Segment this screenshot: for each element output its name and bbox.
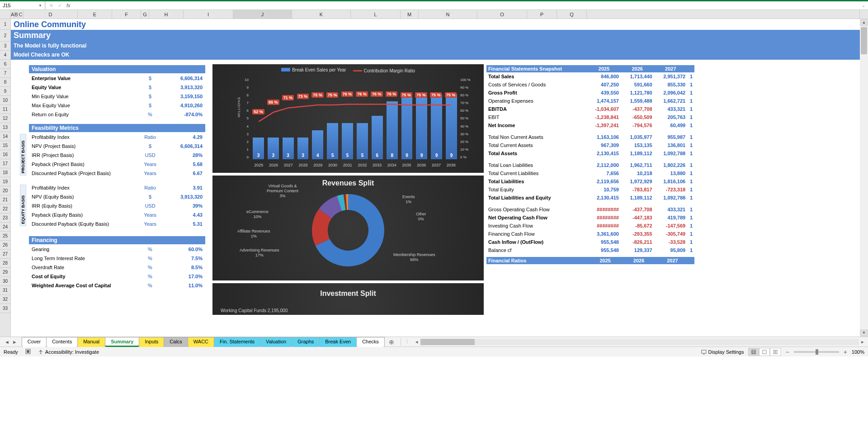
sheet-tab[interactable]: Contents [46,337,78,347]
horizontal-scrollbar[interactable]: ◄ ► [411,339,868,345]
row-header[interactable]: 30 [0,277,10,286]
row-header[interactable]: 1 [0,19,10,30]
row-header[interactable]: 10 [0,96,10,105]
cancel-icon[interactable]: ✕ [49,3,53,9]
sheet-tab[interactable]: Calcs [164,337,188,347]
column-header[interactable]: L [351,10,401,19]
snapshot-value: 153,135 [621,141,654,149]
row-header[interactable]: 8 [0,78,10,87]
sheet-tab[interactable]: Inputs [139,337,164,347]
hscroll-left-icon[interactable]: ◄ [413,340,420,344]
tab-next-icon[interactable]: ► [12,339,17,345]
name-box[interactable]: ▼ [0,1,45,10]
name-box-dropdown-icon[interactable]: ▼ [38,4,42,8]
macro-record-icon[interactable] [25,349,31,355]
sheet-tab[interactable]: Valuation [260,337,292,347]
column-header[interactable]: G [141,10,149,19]
metric-value: 6,606,314 [162,74,204,82]
column-header[interactable]: M [401,10,419,19]
add-sheet-icon[interactable]: ⊕ [384,338,399,346]
scroll-up-icon[interactable]: ▲ [860,19,868,26]
zoom-out-icon[interactable]: − [785,348,789,356]
row-header[interactable]: 31 [0,286,10,295]
row-header[interactable]: 32 [0,295,10,304]
row-header[interactable]: 15 [0,141,10,150]
column-header[interactable]: N [419,10,477,19]
formula-expand-icon[interactable]: ⌄ [859,4,868,8]
name-box-input[interactable] [3,3,34,8]
row-header[interactable]: 12 [0,114,10,123]
row-header[interactable]: 18 [0,168,10,177]
row-header[interactable]: 2 [0,30,10,42]
sheet-tab[interactable]: Graphs [292,337,320,347]
row-header[interactable]: 4 [0,51,10,60]
column-header[interactable]: K [292,10,351,19]
view-pagebreak-icon[interactable] [770,348,781,356]
row-header[interactable]: 26 [0,241,10,250]
row-header[interactable]: 23 [0,214,10,223]
row-header[interactable]: 19 [0,177,10,186]
row-header[interactable]: 14 [0,132,10,141]
formula-input[interactable] [74,2,859,9]
column-header[interactable]: J [233,10,292,19]
tab-prev-icon[interactable]: ◄ [5,339,9,345]
column-header[interactable]: O [477,10,527,19]
row-header[interactable]: 17 [0,159,10,168]
snapshot-value: 419,789 [654,214,688,222]
row-header[interactable]: 13 [0,123,10,132]
row-header[interactable]: 29 [0,268,10,277]
sheet-tab[interactable]: Cover [22,337,47,347]
column-header[interactable]: Q [557,10,587,19]
view-layout-icon[interactable] [759,348,770,356]
sheet-tab[interactable]: Break Even [319,337,357,347]
column-header[interactable]: B [14,10,18,19]
column-header[interactable]: F [112,10,141,19]
scroll-down-icon[interactable]: ▼ [860,329,868,337]
tab-split-icon[interactable]: ⋮ [403,339,411,345]
display-settings[interactable]: Display Settings [701,349,744,355]
tab-nav[interactable]: ◄ ► [0,339,22,345]
snapshot-value: 13,880 [654,169,688,177]
zoom-level[interactable]: 100% [852,349,864,355]
accessibility-status[interactable]: Accessibility: Investigate [38,349,99,355]
sheet-tab[interactable]: WACC [188,337,214,347]
scroll-thumb[interactable] [861,27,867,54]
row-header[interactable]: 3 [0,42,10,51]
sheet-tab[interactable]: Manual [77,337,105,347]
column-header[interactable]: C [18,10,24,19]
worksheet-content[interactable]: Online Community Summary The Model is fu… [11,19,860,337]
snapshot-label: Financing Cash Flow [486,230,587,238]
row-header[interactable]: 27 [0,250,10,259]
row-header[interactable]: 7 [0,69,10,78]
row-header[interactable]: 25 [0,232,10,241]
row-header[interactable]: 28 [0,259,10,268]
row-header[interactable]: 21 [0,195,10,204]
view-normal-icon[interactable] [748,348,759,356]
select-all-corner[interactable] [0,10,11,19]
row-header[interactable]: 33 [0,304,10,313]
hscroll-right-icon[interactable]: ► [859,340,866,344]
row-header[interactable]: 6 [0,60,10,69]
row-header[interactable]: 9 [0,87,10,96]
column-header[interactable]: E [78,10,112,19]
column-header[interactable]: P [527,10,557,19]
sheet-tab[interactable]: Summary [105,337,139,347]
row-header[interactable]: 22 [0,204,10,214]
column-header[interactable]: A [11,10,14,19]
zoom-slider[interactable] [794,351,839,353]
svg-rect-9 [776,350,777,354]
row-header[interactable]: 24 [0,223,10,232]
zoom-in-icon[interactable]: + [844,348,847,356]
confirm-icon[interactable]: ✓ [58,3,62,9]
fx-icon[interactable]: fx [66,3,71,8]
row-header[interactable]: 11 [0,105,10,114]
row-header[interactable]: 16 [0,150,10,159]
sheet-tab[interactable]: Checks [356,337,385,347]
row-header[interactable]: 20 [0,186,10,195]
hscroll-thumb[interactable] [420,339,475,345]
column-header[interactable]: H [149,10,184,19]
sheet-tab[interactable]: Fin. Statements [214,337,260,347]
column-header[interactable]: D [24,10,78,19]
column-header[interactable]: I [184,10,233,19]
vertical-scrollbar[interactable]: ▲ ▼ [860,19,868,337]
